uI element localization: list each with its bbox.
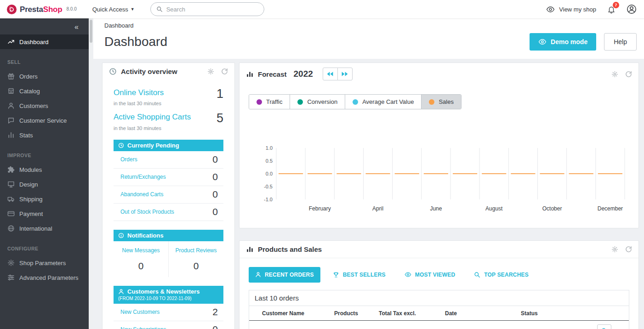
help-button[interactable]: Help: [604, 33, 637, 51]
active-shopping-carts-link[interactable]: Active Shopping Carts: [114, 113, 191, 122]
products-and-sales-title: Products and Sales: [258, 245, 322, 253]
new-customers-link[interactable]: New Customers: [120, 309, 160, 315]
breadcrumb: Dashboard: [104, 22, 637, 29]
metric-sales[interactable]: Sales: [421, 95, 461, 109]
truck-icon: [7, 195, 15, 203]
person-icon: [118, 289, 124, 295]
sidebar-section-sell: SELL: [0, 49, 89, 69]
notification-badge: 7: [613, 2, 619, 8]
sidebar-scrollbar-thumb[interactable]: [90, 20, 92, 43]
forecast-year: 2022: [294, 69, 313, 79]
order-details-button[interactable]: [597, 324, 611, 329]
sidebar: « Dashboard SELL Orders Catalog Customer…: [0, 18, 89, 329]
sidebar-item-payment[interactable]: Payment: [0, 206, 89, 221]
globe-icon: [7, 225, 15, 232]
orders-table-header: Customer Name Products Total Tax excl. D…: [249, 306, 629, 321]
sidebar-item-modules[interactable]: Modules: [0, 162, 89, 177]
sidebar-section-configure: CONFIGURE: [0, 236, 89, 255]
sidebar-item-shop-parameters[interactable]: Shop Parameters: [0, 255, 89, 270]
search-input[interactable]: [166, 6, 258, 13]
demo-mode-button[interactable]: Demo mode: [530, 33, 596, 51]
sidebar-item-shipping[interactable]: Shipping: [0, 192, 89, 206]
metric-traffic[interactable]: Traffic: [249, 95, 290, 109]
notifications-bell[interactable]: 7: [607, 5, 616, 14]
online-visitors-link[interactable]: Online Visitors: [114, 88, 164, 97]
sidebar-item-stats[interactable]: Stats: [0, 128, 89, 142]
view-my-shop-link[interactable]: View my shop: [546, 5, 596, 14]
metric-conversion[interactable]: Conversion: [290, 95, 345, 109]
prestashop-logo[interactable]: PrestaShop 8.0.0: [0, 4, 81, 15]
pending-returns-link[interactable]: Return/Exchanges: [120, 174, 166, 180]
sidebar-item-customer-service[interactable]: Customer Service: [0, 113, 89, 128]
new-subscriptions-link[interactable]: New Subscriptions: [120, 326, 166, 329]
tab-top-searches[interactable]: TOP SEARCHES: [467, 267, 535, 283]
refresh-icon[interactable]: [625, 71, 632, 78]
sidebar-item-design[interactable]: Design: [0, 177, 89, 192]
tab-recent-orders[interactable]: RECENT ORDERS: [249, 267, 320, 283]
user-avatar[interactable]: [627, 4, 637, 14]
page-title: Dashboard: [104, 34, 167, 49]
topbar: PrestaShop 8.0.0 Quick Access ▼ View my …: [0, 0, 644, 18]
gear-icon[interactable]: [611, 246, 618, 253]
info-icon: [118, 233, 124, 238]
bar-chart-icon: [7, 131, 15, 139]
svg-text:1.0: 1.0: [266, 145, 273, 151]
person-icon: [255, 272, 261, 278]
sidebar-item-customers[interactable]: Customers: [0, 98, 89, 113]
average-cart-value-dot-icon: [353, 99, 358, 105]
product-reviews-link[interactable]: Product Reviews: [175, 247, 217, 254]
new-subscriptions-row: New Subscriptions 0: [114, 321, 223, 329]
pending-orders-link[interactable]: Orders: [120, 156, 137, 163]
svg-text:December: December: [598, 205, 623, 212]
tab-best-sellers[interactable]: BEST SELLERS: [326, 267, 392, 283]
forecast-prev-year-button[interactable]: [323, 68, 338, 80]
online-visitors-value: 1: [217, 88, 223, 99]
new-customers-value: 2: [212, 306, 218, 318]
gear-icon[interactable]: [207, 68, 214, 75]
chevron-down-icon: ▼: [131, 7, 135, 11]
search-icon: [601, 328, 607, 329]
new-messages-link[interactable]: New Messages: [122, 247, 160, 254]
sidebar-collapse-button[interactable]: «: [0, 18, 89, 34]
pending-row-out-of-stock: Out of Stock Products 0: [114, 204, 223, 221]
active-shopping-carts-subtitle: in the last 30 minutes: [114, 125, 223, 131]
last-orders-box: Last 10 orders Customer Name Products To…: [249, 290, 629, 329]
activity-body: Online Visitors 1 in the last 30 minutes…: [103, 80, 234, 329]
metric-average-cart-value[interactable]: Average Cart Value: [345, 95, 421, 109]
clock-icon: [109, 68, 117, 75]
clock-icon: [118, 142, 124, 148]
sidebar-item-advanced-parameters[interactable]: Advanced Parameters: [0, 270, 89, 285]
version-label: 8.0.0: [66, 6, 76, 11]
new-messages-cell: New Messages 0: [114, 241, 168, 277]
svg-text:April: April: [372, 205, 383, 212]
sidebar-item-orders[interactable]: Orders: [0, 69, 89, 84]
brand-text: PrestaShop: [20, 6, 62, 13]
sidebar-item-international[interactable]: International: [0, 221, 89, 236]
column-customer-name: Customer Name: [262, 310, 334, 317]
activity-overview-title: Activity overview: [121, 68, 177, 75]
svg-text:October: October: [542, 205, 562, 212]
svg-text:February: February: [309, 205, 331, 212]
skip-forward-icon: [342, 71, 348, 77]
activity-overview-header: Activity overview: [103, 63, 234, 80]
sidebar-item-dashboard[interactable]: Dashboard: [0, 34, 89, 49]
tab-most-viewed[interactable]: MOST VIEWED: [398, 267, 462, 283]
pending-out-of-stock-link[interactable]: Out of Stock Products: [120, 209, 174, 215]
sales-dot-icon: [429, 99, 434, 105]
customers-newsletters-daterange: (FROM 2022-10-09 TO 2022-11-09): [118, 296, 192, 301]
trending-up-icon: [7, 38, 15, 45]
gear-icon[interactable]: [611, 71, 618, 78]
sidebar-item-catalog[interactable]: Catalog: [0, 84, 89, 98]
forecast-next-year-button[interactable]: [337, 68, 353, 80]
quick-access-dropdown[interactable]: Quick Access ▼: [92, 6, 135, 13]
new-subscriptions-value: 0: [212, 324, 218, 329]
sliders-icon: [7, 274, 15, 281]
refresh-icon[interactable]: [625, 246, 632, 253]
pending-abandoned-carts-link[interactable]: Abandoned Carts: [120, 191, 163, 198]
refresh-icon[interactable]: [221, 68, 228, 75]
collapse-chevrons-icon: «: [74, 23, 79, 31]
sidebar-scrollbar[interactable]: [89, 18, 93, 329]
person-icon: [7, 102, 15, 109]
svg-text:-1.0: -1.0: [264, 197, 273, 202]
search-icon: [156, 6, 163, 12]
